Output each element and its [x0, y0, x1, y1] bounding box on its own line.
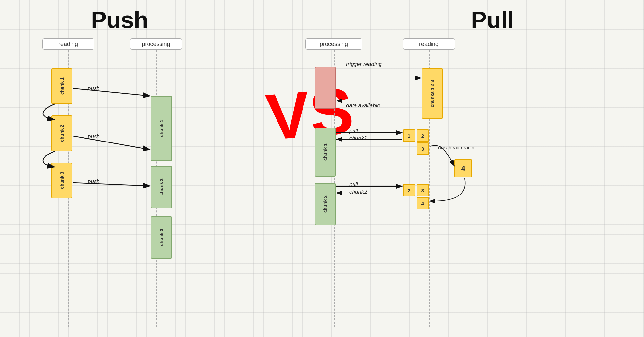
push-chunk3-box: chunk 3: [51, 163, 72, 198]
pull-green-chunk1: chunk 1: [315, 128, 336, 177]
pull-red-box: [315, 67, 336, 109]
pull-chunks123-box: chunks 1 2 3: [422, 68, 443, 119]
svg-line-3: [73, 136, 150, 150]
pull-num-4-lookahead: 4: [454, 159, 472, 177]
trigger-reading-label: trigger reading: [346, 61, 382, 68]
data-available-label: data available: [346, 102, 380, 109]
pull-title: Pull: [471, 7, 514, 33]
push-label-1: push: [88, 85, 100, 92]
push-chunk2-box: chunk 2: [51, 115, 72, 151]
vs-label: VS: [264, 78, 356, 150]
chunk2-label: chunk2: [349, 189, 367, 195]
pull-num-3b: 3: [417, 184, 429, 196]
pull-processing-label: processing: [305, 38, 362, 50]
pull-label-2: pull: [349, 182, 358, 188]
push-title: Push: [91, 7, 148, 33]
pull-green-chunk2: chunk 2: [315, 183, 336, 225]
chunk1-label: chunk1: [349, 135, 367, 142]
pull-reading-label: reading: [403, 38, 455, 50]
pull-num-3a: 3: [417, 142, 429, 155]
pull-num-2b: 2: [403, 184, 415, 196]
svg-line-2: [73, 88, 150, 96]
pull-num-1: 1: [403, 129, 415, 142]
push-label-2: push: [88, 133, 100, 140]
push-proc-chunk2-box: chunk 2: [151, 166, 172, 208]
svg-line-4: [73, 183, 150, 186]
pull-label-1: pull: [349, 128, 358, 134]
lookahead-label: Lookahead readin: [435, 145, 474, 150]
push-chunk1-box: chunk 1: [51, 68, 72, 104]
push-proc-chunk1-box: chunk 1: [151, 96, 172, 161]
push-proc-chunk3-box: chunk 3: [151, 216, 172, 259]
push-label-3: push: [88, 178, 100, 185]
push-reading-label: reading: [42, 38, 94, 50]
pull-num-4a: 4: [417, 197, 429, 209]
pull-num-2a: 2: [417, 129, 429, 142]
diagram-container: Push Pull VS reading processing chunk 1 …: [0, 0, 644, 337]
push-processing-label: processing: [130, 38, 182, 50]
